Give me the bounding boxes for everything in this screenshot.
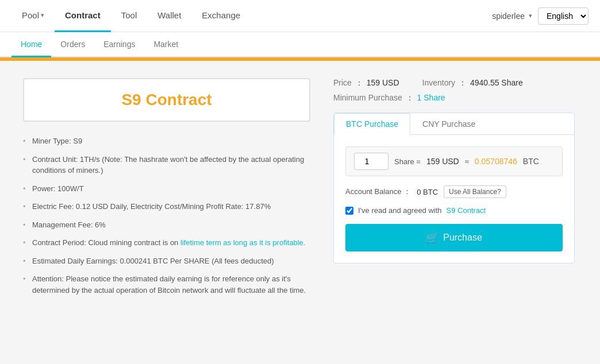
price-inventory-row: Price ： 159 USD Inventory ： 4940.55 Shar… xyxy=(333,78,575,88)
market-label: Market xyxy=(153,40,178,49)
user-dropdown-icon: ▾ xyxy=(529,12,532,20)
share-approx-symbol: ≈ xyxy=(465,157,469,166)
sub-nav-earnings[interactable]: Earnings xyxy=(94,32,144,57)
use-all-balance-button[interactable]: Use All Balance? xyxy=(444,185,506,198)
agree-text: I've read and agreed with xyxy=(358,206,442,215)
nav-item-exchange[interactable]: Exchange xyxy=(191,0,251,32)
spec-miner-type: Miner Type: S9 xyxy=(23,135,310,147)
share-btc-value: 0.05708746 xyxy=(475,157,517,166)
exchange-label: Exchange xyxy=(202,10,240,20)
purchase-container: BTC Purchase CNY Purchase Share = 159 US… xyxy=(333,113,575,264)
purchase-btn-label: Purchase xyxy=(443,233,482,243)
price-label-group: Price ： 159 USD xyxy=(333,78,399,88)
lifetime-link[interactable]: lifetime term as long as it is profitabl… xyxy=(180,238,305,247)
username: spiderlee xyxy=(492,11,525,21)
nav-item-pool[interactable]: Pool ▾ xyxy=(11,0,55,32)
pool-label: Pool xyxy=(22,10,39,20)
s9-contract-link[interactable]: S9 Contract xyxy=(447,206,486,215)
nav-item-tool[interactable]: Tool xyxy=(111,0,148,32)
agree-checkbox[interactable] xyxy=(345,207,353,215)
orders-label: Orders xyxy=(60,40,85,49)
share-row: Share = 159 USD ≈ 0.05708746 BTC xyxy=(345,146,563,176)
spec-power: Power: 100W/T xyxy=(23,183,310,195)
share-usd-value: 159 USD xyxy=(426,157,459,166)
price-value: 159 USD xyxy=(367,78,399,87)
spec-contract-period: Contract Period: Cloud mining contract i… xyxy=(23,237,310,249)
specs-list: Miner Type: S9 Contract Unit: 1TH/s (Not… xyxy=(23,135,310,296)
tab-cny-label: CNY Purchase xyxy=(422,119,475,129)
home-label: Home xyxy=(21,40,42,49)
spec-mgmt-fee: Management Fee: 6% xyxy=(23,219,310,231)
price-info: Price ： 159 USD Inventory ： 4940.55 Shar… xyxy=(333,78,575,103)
spec-daily-earnings: Estimated Daily Earnings: 0.000241 BTC P… xyxy=(23,255,310,267)
tab-btc-label: BTC Purchase xyxy=(346,119,398,129)
share-btc-unit: BTC xyxy=(523,157,539,166)
share-quantity-input[interactable] xyxy=(354,153,389,170)
contract-title-box: S9 Contract xyxy=(23,78,310,122)
min-purchase-row: Minimum Purchase ： 1 Share xyxy=(333,93,575,103)
min-purchase-label: Minimum Purchase xyxy=(333,93,402,102)
tool-label: Tool xyxy=(121,10,137,20)
contract-label: Contract xyxy=(65,10,101,20)
sub-nav-market[interactable]: Market xyxy=(144,32,187,57)
nav-item-contract[interactable]: Contract xyxy=(55,0,111,32)
contract-title: S9 Contract xyxy=(36,91,298,109)
tab-cny-purchase[interactable]: CNY Purchase xyxy=(410,113,487,135)
tab-btc-purchase[interactable]: BTC Purchase xyxy=(334,113,410,135)
top-nav-left: Pool ▾ Contract Tool Wallet Exchange xyxy=(11,0,492,32)
spec-attention: Attention: Please notice the estimated d… xyxy=(23,273,310,296)
user-menu[interactable]: spiderlee ▾ xyxy=(492,11,532,21)
right-panel: Price ： 159 USD Inventory ： 4940.55 Shar… xyxy=(333,78,575,344)
inventory-label-group: Inventory ： 4940.55 Share xyxy=(422,78,523,88)
balance-label: Account Balance ： xyxy=(345,187,411,197)
share-equals-label: Share = xyxy=(394,157,421,166)
purchase-body: Share = 159 USD ≈ 0.05708746 BTC Account… xyxy=(334,135,574,263)
balance-value: 0 BTC xyxy=(417,188,438,196)
top-nav-right: spiderlee ▾ English 中文 xyxy=(492,7,589,25)
inventory-value: 4940.55 Share xyxy=(470,78,523,87)
sub-nav: Home Orders Earnings Market xyxy=(0,32,600,57)
tab-bar: BTC Purchase CNY Purchase xyxy=(334,113,574,135)
sub-nav-orders[interactable]: Orders xyxy=(51,32,94,57)
pool-dropdown-icon: ▾ xyxy=(41,11,44,19)
inventory-label: Inventory xyxy=(422,78,456,87)
purchase-button[interactable]: 🛒 Purchase xyxy=(345,224,563,251)
nav-item-wallet[interactable]: Wallet xyxy=(147,0,191,32)
spec-electric-fee: Electric Fee: 0.12 USD Daily, Electricit… xyxy=(23,201,310,212)
left-panel: S9 Contract Miner Type: S9 Contract Unit… xyxy=(23,78,310,344)
wallet-label: Wallet xyxy=(157,10,181,20)
top-nav: Pool ▾ Contract Tool Wallet Exchange spi… xyxy=(0,0,600,32)
earnings-label: Earnings xyxy=(103,40,135,49)
agree-row: I've read and agreed with S9 Contract xyxy=(345,206,563,215)
spec-contract-unit: Contract Unit: 1TH/s (Note: The hashrate… xyxy=(23,154,310,176)
language-select[interactable]: English 中文 xyxy=(538,7,589,25)
min-purchase-value: 1 Share xyxy=(417,93,445,102)
price-label: Price xyxy=(333,78,352,87)
balance-row: Account Balance ： 0 BTC Use All Balance? xyxy=(345,185,563,198)
cart-icon: 🛒 xyxy=(426,231,439,244)
sub-nav-home[interactable]: Home xyxy=(11,32,51,57)
main-content: S9 Contract Miner Type: S9 Contract Unit… xyxy=(0,61,600,362)
